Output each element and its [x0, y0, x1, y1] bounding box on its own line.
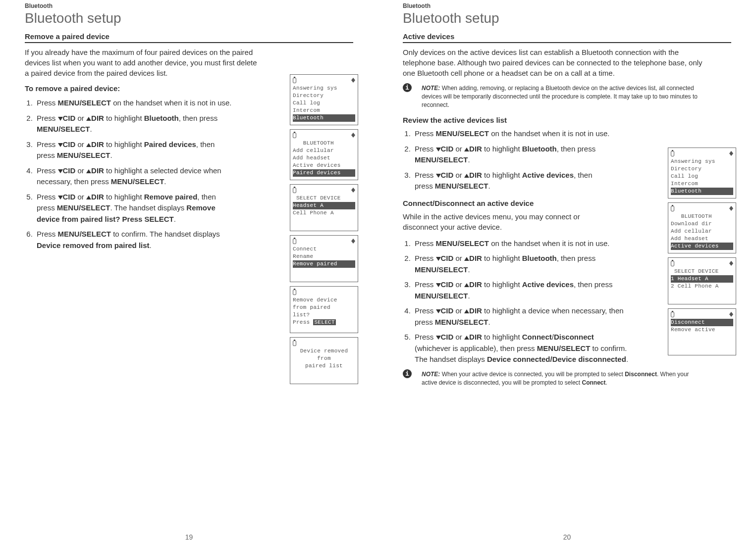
screens-column: Answering sys Directory Call log Interco…	[290, 74, 358, 384]
screen-removed: Device removed from paired list	[290, 337, 358, 384]
connect-steps-list: Press MENU/SELECT on the handset when it…	[403, 238, 631, 365]
down-arrow-icon	[436, 174, 441, 178]
screen-main-menu: Answering sys Directory Call log Interco…	[668, 148, 736, 198]
scroll-arrows-icon	[729, 312, 733, 317]
scroll-arrows-icon	[729, 261, 733, 266]
battery-icon	[293, 290, 296, 295]
screen-select-device: SELECT DEVICE Headset A Cell Phone A	[290, 184, 358, 231]
down-arrow-icon	[436, 309, 441, 313]
review-heading: Review the active devices list	[403, 116, 731, 124]
step-5: Press CID or DIR to highlight Remove pai…	[35, 192, 233, 225]
down-arrow-icon	[58, 117, 63, 121]
up-arrow-icon	[86, 143, 91, 147]
up-arrow-icon	[464, 174, 469, 178]
step-3: Press CID or DIR to highlight Active dev…	[413, 170, 611, 192]
connect-intro: While in the active devices menu, you ma…	[403, 211, 611, 232]
info-icon: i	[403, 83, 412, 92]
scroll-arrows-icon	[351, 188, 355, 193]
screen-bluetooth-menu: BLUETOOTH Add cellular Add headset Activ…	[290, 129, 358, 180]
up-arrow-icon	[464, 309, 469, 313]
page-number: 19	[0, 533, 378, 541]
up-arrow-icon	[464, 336, 469, 340]
down-arrow-icon	[436, 336, 441, 340]
page-19: Bluetooth Bluetooth setup Remove a paire…	[0, 0, 378, 545]
up-arrow-icon	[86, 169, 91, 173]
step-1: Press MENU/SELECT on the handset when it…	[35, 98, 233, 109]
battery-icon	[671, 206, 674, 211]
note-2: i NOTE: When your active device is conne…	[403, 370, 705, 387]
step-2: Press CID or DIR to highlight Bluetooth,…	[413, 144, 611, 166]
review-steps-list: Press MENU/SELECT on the handset when it…	[403, 128, 611, 192]
scroll-arrows-icon	[351, 133, 355, 138]
battery-icon	[293, 239, 296, 244]
down-arrow-icon	[436, 257, 441, 261]
subsection-title: Remove a paired device	[25, 32, 353, 43]
page-title: Bluetooth setup	[403, 10, 731, 26]
up-arrow-icon	[86, 196, 91, 199]
down-arrow-icon	[58, 143, 63, 147]
down-arrow-icon	[436, 283, 441, 287]
step-1: Press MENU/SELECT on the handset when it…	[413, 128, 611, 140]
subsection-title: Active devices	[403, 32, 731, 43]
screens-column: Answering sys Directory Call log Interco…	[668, 148, 736, 355]
battery-icon	[293, 188, 296, 193]
down-arrow-icon	[58, 169, 63, 173]
screen-bluetooth-menu: BLUETOOTH Download dir Add cellular Add …	[668, 202, 736, 253]
step-6: Press MENU/SELECT to confirm. The handse…	[35, 229, 233, 251]
battery-icon	[671, 312, 674, 317]
step-1: Press MENU/SELECT on the handset when it…	[413, 238, 631, 249]
step-3: Press CID or DIR to highlight Active dev…	[413, 279, 631, 301]
intro-text: Only devices on the active devices list …	[403, 47, 710, 78]
step-5: Press CID or DIR to highlight Connect/Di…	[413, 332, 631, 365]
scroll-arrows-icon	[351, 239, 355, 244]
info-icon: i	[403, 369, 412, 378]
section-label: Bluetooth	[25, 2, 353, 9]
step-4: Press CID or DIR to highlight a device w…	[413, 305, 631, 328]
steps-list: Press MENU/SELECT on the handset when it…	[25, 98, 233, 251]
section-label: Bluetooth	[403, 2, 731, 9]
step-2: Press CID or DIR to highlight Bluetooth,…	[413, 253, 631, 275]
page-20: Bluetooth Bluetooth setup Active devices…	[378, 0, 756, 545]
screen-device-options: Connect Rename Remove paired	[290, 235, 358, 282]
up-arrow-icon	[464, 148, 469, 151]
screen-select-device: SELECT DEVICE 1 Headset A 2 Cell Phone A	[668, 257, 736, 304]
scroll-arrows-icon	[729, 206, 733, 211]
page-number: 20	[378, 533, 756, 541]
down-arrow-icon	[436, 148, 441, 151]
note-1: i NOTE: When adding, removing, or replac…	[403, 84, 705, 109]
step-3: Press CID or DIR to highlight Paired dev…	[35, 139, 233, 161]
scroll-arrows-icon	[729, 151, 733, 156]
down-arrow-icon	[58, 196, 63, 199]
screen-main-menu: Answering sys Directory Call log Interco…	[290, 74, 358, 125]
battery-icon	[671, 261, 674, 266]
intro-text: If you already have the maximum of four …	[25, 47, 263, 78]
battery-icon	[293, 78, 296, 83]
battery-icon	[293, 341, 296, 346]
screen-remove-confirm: Remove device from paired list? Press SE…	[290, 286, 358, 333]
up-arrow-icon	[464, 257, 469, 261]
scroll-arrows-icon	[351, 78, 355, 83]
step-2: Press CID or DIR to highlight Bluetooth,…	[35, 113, 233, 135]
step-4: Press CID or DIR to highlight a selected…	[35, 165, 233, 188]
up-arrow-icon	[464, 283, 469, 287]
page-title: Bluetooth setup	[25, 10, 353, 26]
screen-device-options: Disconnect Remove active	[668, 308, 736, 355]
battery-icon	[671, 151, 674, 156]
up-arrow-icon	[86, 117, 91, 121]
battery-icon	[293, 133, 296, 138]
